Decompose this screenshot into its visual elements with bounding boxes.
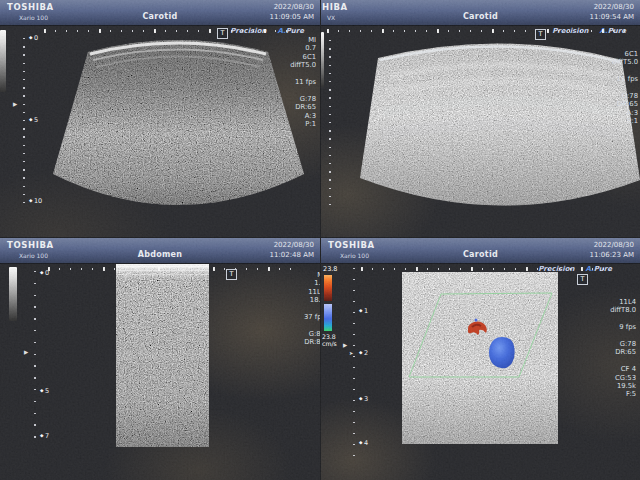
depth-label: 5 xyxy=(40,387,49,395)
depth-label: 1 xyxy=(359,307,368,315)
depth-label: 10 xyxy=(29,197,42,205)
depth-label: 0 xyxy=(40,269,49,277)
probe-orientation-icon: T xyxy=(577,274,588,285)
depth-ruler xyxy=(23,38,25,206)
brand-label: TOSHIBA xyxy=(328,240,375,250)
probe-orientation-icon: T xyxy=(226,269,237,280)
brand-label: TOSHIBA xyxy=(7,2,54,12)
panel-header: TOSHIBA Xario 100 Carotid 2022/08/30 11:… xyxy=(0,0,320,25)
velocity-scale-min: 23.8 cm/s xyxy=(322,334,337,348)
date-label: 2022/08/30 xyxy=(274,241,314,249)
panel-top-left[interactable]: TOSHIBA Xario 100 Carotid 2022/08/30 11:… xyxy=(0,0,320,237)
depth-ruler xyxy=(34,271,36,443)
acquisition-params: MI 0.7 6C1 diffT5.0 11 fps G:78 DR:65 A:… xyxy=(290,36,316,128)
depth-ruler xyxy=(329,40,331,205)
time-label: 11:09:05 AM xyxy=(270,13,315,21)
acquisition-params: 6C1 diffT5.0 11 fps G:78 DR:65 A:3 P:1 xyxy=(612,50,638,126)
brand-label: TOSHIBA xyxy=(7,240,54,250)
probe-orientation-icon: T xyxy=(535,29,546,40)
top-ruler xyxy=(48,268,298,270)
date-label: 2022/08/30 xyxy=(274,3,314,11)
time-label: 11:06:23 AM xyxy=(590,251,635,259)
top-ruler xyxy=(44,30,290,32)
date-label: 2022/08/30 xyxy=(594,241,634,249)
panel-header: HIBA VX Carotid 2022/08/30 11:09:54 AM xyxy=(321,0,640,25)
color-scale-cool xyxy=(324,304,332,331)
acquisition-params: 11L4 diffT8.0 9 fps G:78 DR:65 CF 4 CG:5… xyxy=(610,298,636,399)
top-ruler xyxy=(327,30,627,32)
panel-bottom-left[interactable]: TOSHIBA Xario 100 Abdomen 2022/08/30 11:… xyxy=(0,238,320,480)
depth-label: 7 xyxy=(40,432,49,440)
grayscale-bar xyxy=(9,267,17,321)
probe-orientation-icon: T xyxy=(217,28,228,39)
depth-ruler xyxy=(353,268,355,458)
date-label: 2022/08/30 xyxy=(594,3,634,11)
time-label: 11:02:48 AM xyxy=(270,251,315,259)
top-ruler xyxy=(361,268,611,270)
color-scale-warm xyxy=(324,275,332,301)
acquisition-params: MI 1.5 11L4 18.4 37 fps G:80 DR:80 xyxy=(304,271,320,347)
depth-label: 2 xyxy=(359,349,368,357)
focus-arrow-icon: ▶ xyxy=(343,342,347,348)
grayscale-bar xyxy=(0,30,6,92)
focus-arrow-icon: ▶ xyxy=(13,101,17,107)
grayscale-bar xyxy=(321,32,324,87)
time-label: 11:09:54 AM xyxy=(590,13,635,21)
ultrasound-image-b-mode xyxy=(352,28,640,224)
panel-top-right[interactable]: HIBA VX Carotid 2022/08/30 11:09:54 AM P… xyxy=(321,0,640,237)
focus-arrow-icon: ▶ xyxy=(24,349,28,355)
quad-review-screen: TOSHIBA Xario 100 Carotid 2022/08/30 11:… xyxy=(0,0,640,480)
flow-focus-icon: ➤ xyxy=(349,350,353,356)
depth-label: 3 xyxy=(359,395,368,403)
ultrasound-image-b-mode xyxy=(40,28,308,220)
velocity-scale-max: 23.8 xyxy=(323,265,337,273)
panel-header: TOSHIBA Xario 100 Abdomen 2022/08/30 11:… xyxy=(0,238,320,263)
depth-label: 5 xyxy=(29,116,38,124)
brand-label: HIBA xyxy=(322,2,348,12)
depth-label: 0 xyxy=(29,34,38,42)
panel-header: TOSHIBA Xario 100 Carotid 2022/08/30 11:… xyxy=(321,238,640,263)
ultrasound-image-color-doppler xyxy=(402,272,558,444)
panel-bottom-right[interactable]: TOSHIBA Xario 100 Carotid 2022/08/30 11:… xyxy=(321,238,640,480)
velocity-scale-unit: cm/s xyxy=(322,341,337,348)
ultrasound-image-b-mode xyxy=(116,264,209,447)
color-scale-bar xyxy=(324,275,332,331)
doppler-blue-flow xyxy=(489,337,515,368)
depth-label: 4 xyxy=(359,439,368,447)
